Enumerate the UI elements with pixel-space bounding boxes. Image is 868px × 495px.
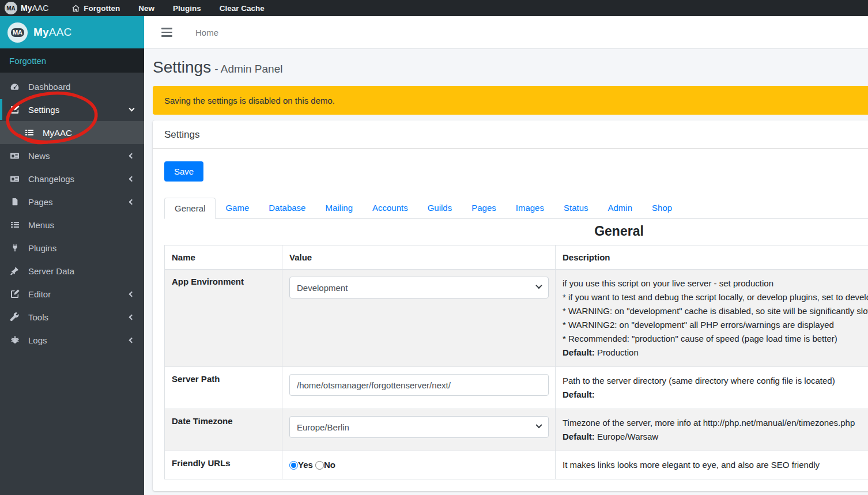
newspaper-icon [9, 174, 21, 184]
sidebar-item-myaac[interactable]: MyAAC [0, 121, 144, 144]
tab-accounts[interactable]: Accounts [363, 198, 418, 219]
myaac-logo-icon: MA [5, 2, 17, 14]
column-header-description: Description [556, 245, 868, 270]
setting-description: It makes links looks more elegant to eye… [556, 451, 868, 479]
setting-description: Path to the server directory (same direc… [556, 367, 868, 409]
server-path-input[interactable] [289, 374, 549, 396]
content: Settings- Admin Panel Saving the setting… [144, 49, 868, 491]
sidebar-brand[interactable]: MA MyAAC [0, 16, 144, 48]
page-title: Settings- Admin Panel [153, 58, 868, 77]
sidebar-item-logs[interactable]: Logs [0, 328, 144, 352]
setting-name: Friendly URLs [165, 451, 282, 479]
card-body: Save General Game Database Mailing Accou… [153, 149, 868, 491]
tab-game[interactable]: Game [216, 198, 259, 219]
sidebar-menu: Dashboard Settings MyAAC News Changelogs… [0, 73, 144, 352]
topbar-nav: Forgotten New Plugins Clear Cache [71, 4, 265, 13]
chevron-left-icon [129, 314, 135, 320]
chevron-left-icon [129, 291, 135, 297]
sidebar-item-dashboard[interactable]: Dashboard [0, 75, 144, 98]
chevron-left-icon [129, 176, 135, 182]
date-timezone-select[interactable]: Europe/Berlin [289, 416, 549, 438]
table-header-row: Name Value Description [165, 245, 868, 270]
table-row-app-environment: App Environment Development [165, 270, 868, 367]
tab-pages[interactable]: Pages [462, 198, 506, 219]
topbar-link-plugins[interactable]: Plugins [173, 4, 201, 13]
page-subtitle: - Admin Panel [214, 63, 282, 75]
settings-table: Name Value Description App Environment [164, 245, 868, 479]
main-navbar: Home [144, 16, 868, 49]
tab-database[interactable]: Database [259, 198, 315, 219]
edit-icon [9, 105, 21, 114]
topbar-link-clear-cache[interactable]: Clear Cache [220, 4, 265, 13]
tab-mailing[interactable]: Mailing [315, 198, 363, 219]
main-area: Home Settings- Admin Panel Saving the se… [144, 16, 868, 491]
list-icon [9, 220, 21, 229]
tab-status[interactable]: Status [554, 198, 598, 219]
sidebar-item-editor[interactable]: Editor [0, 282, 144, 305]
setting-name: Server Path [165, 367, 282, 409]
tab-guilds[interactable]: Guilds [418, 198, 462, 219]
sidebar-item-plugins[interactable]: Plugins [0, 236, 144, 259]
section-heading: General [164, 224, 868, 239]
sidebar: MA MyAAC Forgotten Dashboard Settings My… [0, 16, 144, 495]
table-row-server-path: Server Path Path to the server directory… [165, 367, 868, 409]
tab-shop[interactable]: Shop [642, 198, 682, 219]
chevron-left-icon [129, 337, 135, 343]
sidebar-user-forgotten[interactable]: Forgotten [0, 48, 144, 73]
radio-label-yes[interactable]: Yes [298, 458, 313, 472]
list-icon [23, 128, 35, 137]
tab-admin[interactable]: Admin [598, 198, 643, 219]
topbar-link-new[interactable]: New [138, 4, 154, 13]
top-navbar: MA MyAAC Forgotten New Plugins Clear Cac… [0, 0, 868, 16]
settings-tabs: General Game Database Mailing Accounts G… [164, 198, 868, 219]
friendly-urls-radio-yes[interactable] [289, 461, 298, 470]
tools-icon [9, 312, 21, 322]
topbar-brand[interactable]: MyAAC [21, 3, 48, 13]
myaac-sidebar-logo-icon: MA [7, 22, 28, 43]
setting-name: App Environment [165, 270, 282, 367]
tab-general[interactable]: General [164, 198, 216, 219]
home-icon [71, 4, 80, 13]
edit-icon [9, 289, 21, 298]
newspaper-icon [9, 151, 21, 161]
plug-icon [9, 243, 21, 252]
menu-toggle-icon[interactable] [161, 28, 172, 37]
bug-icon [9, 335, 21, 345]
chevron-down-icon [129, 106, 135, 112]
breadcrumb-home[interactable]: Home [195, 28, 218, 37]
setting-name: Date Timezone [165, 409, 282, 451]
app-environment-select[interactable]: Development [289, 277, 549, 298]
chevron-left-icon [129, 199, 135, 205]
tab-images[interactable]: Images [506, 198, 554, 219]
hammer-icon [9, 266, 21, 276]
sidebar-item-tools[interactable]: Tools [0, 305, 144, 328]
table-row-friendly-urls: Friendly URLs Yes No It makes l [165, 451, 868, 479]
topbar-link-forgotten[interactable]: Forgotten [71, 4, 120, 13]
settings-card: Settings Save General Game Database Mail… [153, 120, 868, 491]
sidebar-item-changelogs[interactable]: Changelogs [0, 167, 144, 190]
warning-banner: Saving the settings is disabled on this … [153, 86, 868, 115]
column-header-value: Value [282, 245, 556, 270]
column-header-name: Name [165, 245, 282, 270]
sidebar-item-settings[interactable]: Settings [0, 98, 144, 121]
sidebar-item-pages[interactable]: Pages [0, 190, 144, 213]
chevron-left-icon [129, 153, 135, 158]
setting-description: Timezone of the server, more info at htt… [556, 409, 868, 451]
sidebar-item-news[interactable]: News [0, 144, 144, 167]
table-row-date-timezone: Date Timezone Europe/Berlin [165, 409, 868, 451]
dashboard-icon [9, 82, 21, 92]
save-button[interactable]: Save [164, 161, 203, 182]
setting-description: if you use this script on your live serv… [556, 270, 868, 367]
sidebar-item-menus[interactable]: Menus [0, 213, 144, 236]
file-icon [9, 197, 21, 206]
sidebar-brand-name: MyAAC [33, 26, 71, 39]
radio-label-no[interactable]: No [324, 458, 335, 472]
sidebar-item-server-data[interactable]: Server Data [0, 259, 144, 282]
friendly-urls-radio-no[interactable] [315, 461, 324, 470]
card-title: Settings [153, 120, 868, 149]
